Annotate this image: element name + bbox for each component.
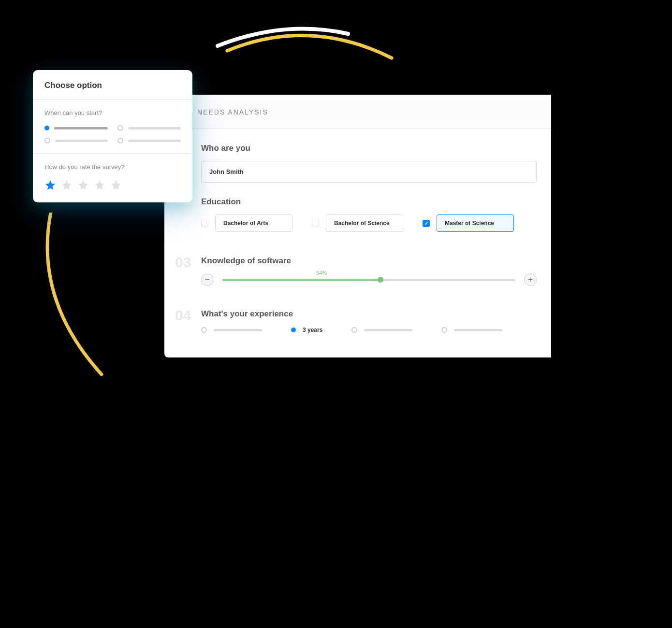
panel-title: NEEDS ANALYSIS (197, 108, 551, 116)
radio-option[interactable] (117, 125, 181, 131)
choose-option-card: Choose option When can you start? (33, 70, 192, 202)
card-body: When can you start? (33, 100, 192, 202)
education-option[interactable]: Bachelor of Science (312, 214, 403, 232)
option-placeholder (54, 127, 108, 129)
radio-icon[interactable] (44, 138, 50, 143)
radio-icon[interactable] (201, 327, 207, 333)
increase-button[interactable]: + (524, 273, 537, 286)
star-rating[interactable] (44, 179, 181, 191)
decrease-button[interactable]: − (201, 273, 214, 286)
star-icon[interactable] (110, 179, 122, 191)
slider: − 54% + (201, 273, 537, 286)
slider-track[interactable]: 54% (222, 279, 515, 281)
question-rating: How do you rate the survey? (44, 163, 181, 191)
card-header: Choose option (33, 70, 192, 100)
checkbox-icon[interactable] (312, 220, 319, 227)
education-option[interactable]: Bachelor of Arts (201, 214, 292, 232)
slider-value-label: 54% (316, 270, 327, 276)
experience-option[interactable] (441, 327, 502, 333)
radio-icon[interactable] (117, 138, 123, 143)
education-option[interactable]: Master of Science (423, 214, 514, 232)
experience-option[interactable]: 3 years (291, 327, 322, 333)
education-options: Bachelor of Arts Bachelor of Science Mas… (201, 214, 537, 232)
section-software: 03 Knowledge of software − 54% + (164, 232, 551, 286)
star-icon[interactable] (94, 179, 105, 191)
question-start: When can you start? (44, 109, 181, 143)
option-placeholder (55, 140, 108, 142)
experience-label: 3 years (303, 327, 322, 333)
checkbox-icon[interactable] (423, 220, 430, 227)
radio-option[interactable] (117, 138, 181, 143)
radio-option[interactable] (44, 138, 108, 143)
card-title: Choose option (44, 81, 181, 90)
slider-thumb[interactable] (378, 277, 383, 283)
decorative-curve-yellow-bottom (39, 213, 145, 377)
star-icon[interactable] (44, 179, 56, 191)
panel-header: NEEDS ANALYSIS (164, 95, 551, 129)
radio-icon[interactable] (441, 327, 447, 333)
star-icon[interactable] (77, 179, 89, 191)
section-number: 03 (175, 254, 191, 271)
option-placeholder (128, 127, 181, 129)
option-placeholder (128, 140, 181, 142)
section-title: What's your experience (201, 309, 537, 319)
experience-option[interactable] (201, 327, 262, 333)
radio-icon[interactable] (351, 327, 357, 333)
experience-options: 3 years (201, 327, 537, 333)
section-title: Education (201, 197, 537, 207)
section-experience: 04 What's your experience 3 years (164, 286, 551, 333)
radio-icon[interactable] (291, 328, 296, 332)
experience-option[interactable] (351, 327, 412, 333)
radio-group (44, 125, 181, 143)
section-title: Knowledge of software (201, 256, 537, 266)
needs-analysis-panel: NEEDS ANALYSIS Who are you Education Bac… (164, 95, 551, 357)
section-education: Education Bachelor of Arts Bachelor of S… (164, 183, 551, 232)
education-label: Bachelor of Arts (215, 214, 292, 232)
divider (33, 153, 192, 154)
question-text: How do you rate the survey? (44, 163, 181, 171)
panel-body: Who are you Education Bachelor of Arts B… (164, 129, 551, 357)
radio-icon[interactable] (117, 125, 123, 131)
option-placeholder (214, 329, 262, 331)
section-who: Who are you (164, 129, 551, 183)
decorative-curve-yellow-top (213, 24, 396, 63)
education-label: Bachelor of Science (326, 214, 403, 232)
radio-icon[interactable] (44, 126, 49, 130)
section-number: 04 (175, 307, 191, 324)
section-title: Who are you (201, 143, 537, 153)
name-input[interactable] (201, 161, 537, 183)
checkbox-icon[interactable] (201, 220, 208, 227)
question-text: When can you start? (44, 109, 181, 116)
option-placeholder (364, 329, 412, 331)
star-icon[interactable] (61, 179, 73, 191)
education-label: Master of Science (437, 214, 514, 232)
radio-option[interactable] (44, 125, 108, 131)
option-placeholder (454, 329, 502, 331)
